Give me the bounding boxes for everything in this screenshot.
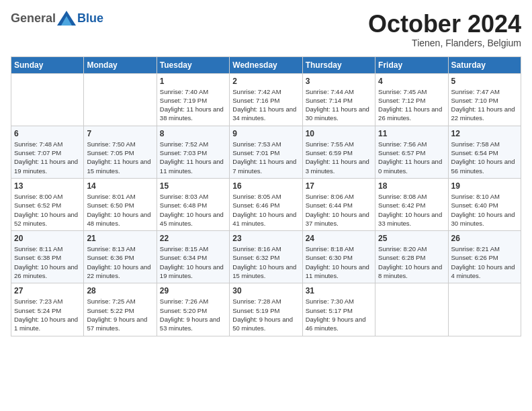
calendar-cell: 23Sunrise: 8:16 AM Sunset: 6:32 PM Dayli… (230, 231, 302, 283)
column-header-monday: Monday (84, 56, 157, 73)
calendar-cell (448, 283, 521, 336)
day-info: Sunrise: 8:10 AM Sunset: 6:40 PM Dayligh… (451, 192, 518, 228)
day-number: 17 (306, 181, 372, 191)
location-subtitle: Tienen, Flanders, Belgium (368, 38, 521, 48)
calendar-cell: 27Sunrise: 7:23 AM Sunset: 5:24 PM Dayli… (11, 283, 84, 336)
calendar-week-row: 20Sunrise: 8:11 AM Sunset: 6:38 PM Dayli… (11, 231, 521, 283)
day-info: Sunrise: 7:58 AM Sunset: 6:54 PM Dayligh… (451, 140, 518, 175)
day-number: 21 (87, 234, 153, 243)
day-info: Sunrise: 7:23 AM Sunset: 5:24 PM Dayligh… (14, 297, 81, 332)
day-info: Sunrise: 7:52 AM Sunset: 7:03 PM Dayligh… (160, 140, 226, 175)
day-number: 13 (14, 181, 81, 191)
day-number: 5 (451, 77, 518, 86)
day-info: Sunrise: 7:50 AM Sunset: 7:05 PM Dayligh… (87, 140, 153, 175)
day-number: 19 (451, 181, 518, 191)
day-number: 20 (14, 234, 81, 243)
calendar-week-row: 13Sunrise: 8:00 AM Sunset: 6:52 PM Dayli… (11, 178, 521, 230)
calendar-cell: 30Sunrise: 7:28 AM Sunset: 5:19 PM Dayli… (230, 283, 302, 336)
day-info: Sunrise: 7:26 AM Sunset: 5:20 PM Dayligh… (160, 297, 226, 332)
day-number: 23 (232, 234, 299, 243)
calendar-cell: 21Sunrise: 8:13 AM Sunset: 6:36 PM Dayli… (84, 231, 157, 283)
day-info: Sunrise: 8:11 AM Sunset: 6:38 PM Dayligh… (14, 244, 81, 280)
column-header-tuesday: Tuesday (157, 56, 229, 73)
day-info: Sunrise: 8:05 AM Sunset: 6:46 PM Dayligh… (232, 192, 299, 228)
title-area: October 2024 Tienen, Flanders, Belgium (368, 11, 521, 48)
column-header-sunday: Sunday (11, 56, 84, 73)
logo-general-text: General (11, 11, 56, 26)
calendar-cell (84, 73, 157, 126)
day-info: Sunrise: 7:25 AM Sunset: 5:22 PM Dayligh… (87, 297, 153, 332)
calendar-cell: 28Sunrise: 7:25 AM Sunset: 5:22 PM Dayli… (84, 283, 157, 336)
day-number: 16 (232, 181, 299, 191)
calendar-cell: 10Sunrise: 7:55 AM Sunset: 6:59 PM Dayli… (302, 126, 375, 178)
calendar-cell: 7Sunrise: 7:50 AM Sunset: 7:05 PM Daylig… (84, 126, 157, 178)
column-header-wednesday: Wednesday (230, 56, 302, 73)
day-info: Sunrise: 7:55 AM Sunset: 6:59 PM Dayligh… (306, 140, 372, 175)
calendar-cell: 25Sunrise: 8:20 AM Sunset: 6:28 PM Dayli… (375, 231, 448, 283)
calendar-cell: 18Sunrise: 8:08 AM Sunset: 6:42 PM Dayli… (375, 178, 448, 230)
day-info: Sunrise: 7:28 AM Sunset: 5:19 PM Dayligh… (232, 297, 299, 332)
calendar-cell: 20Sunrise: 8:11 AM Sunset: 6:38 PM Dayli… (11, 231, 84, 283)
calendar-cell (11, 73, 84, 126)
calendar-cell: 17Sunrise: 8:06 AM Sunset: 6:44 PM Dayli… (302, 178, 375, 230)
calendar-cell: 15Sunrise: 8:03 AM Sunset: 6:48 PM Dayli… (157, 178, 229, 230)
day-number: 28 (87, 286, 153, 295)
day-info: Sunrise: 8:00 AM Sunset: 6:52 PM Dayligh… (14, 192, 81, 228)
column-header-thursday: Thursday (302, 56, 375, 73)
day-info: Sunrise: 8:21 AM Sunset: 6:26 PM Dayligh… (451, 244, 518, 280)
column-header-saturday: Saturday (448, 56, 521, 73)
calendar-cell: 6Sunrise: 7:48 AM Sunset: 7:07 PM Daylig… (11, 126, 84, 178)
calendar-cell: 31Sunrise: 7:30 AM Sunset: 5:17 PM Dayli… (302, 283, 375, 336)
calendar-cell: 24Sunrise: 8:18 AM Sunset: 6:30 PM Dayli… (302, 231, 375, 283)
calendar-cell (375, 283, 448, 336)
day-info: Sunrise: 8:16 AM Sunset: 6:32 PM Dayligh… (232, 244, 299, 280)
column-header-friday: Friday (375, 56, 448, 73)
day-info: Sunrise: 7:30 AM Sunset: 5:17 PM Dayligh… (306, 297, 372, 332)
day-info: Sunrise: 8:01 AM Sunset: 6:50 PM Dayligh… (87, 192, 153, 228)
day-info: Sunrise: 8:15 AM Sunset: 6:34 PM Dayligh… (160, 244, 226, 280)
day-number: 18 (378, 181, 445, 191)
calendar-week-row: 27Sunrise: 7:23 AM Sunset: 5:24 PM Dayli… (11, 283, 521, 336)
day-number: 7 (87, 129, 153, 138)
calendar-cell: 5Sunrise: 7:47 AM Sunset: 7:10 PM Daylig… (448, 73, 521, 126)
calendar-cell: 14Sunrise: 8:01 AM Sunset: 6:50 PM Dayli… (84, 178, 157, 230)
calendar-table: SundayMondayTuesdayWednesdayThursdayFrid… (11, 56, 521, 336)
day-info: Sunrise: 8:18 AM Sunset: 6:30 PM Dayligh… (306, 244, 372, 280)
logo-icon (57, 11, 76, 26)
calendar-cell: 29Sunrise: 7:26 AM Sunset: 5:20 PM Dayli… (157, 283, 229, 336)
calendar-body: 1Sunrise: 7:40 AM Sunset: 7:19 PM Daylig… (11, 73, 521, 336)
calendar-week-row: 1Sunrise: 7:40 AM Sunset: 7:19 PM Daylig… (11, 73, 521, 126)
calendar-cell: 22Sunrise: 8:15 AM Sunset: 6:34 PM Dayli… (157, 231, 229, 283)
day-number: 29 (160, 286, 226, 295)
day-number: 25 (378, 234, 445, 243)
calendar-cell: 13Sunrise: 8:00 AM Sunset: 6:52 PM Dayli… (11, 178, 84, 230)
day-number: 31 (306, 286, 372, 295)
day-info: Sunrise: 8:08 AM Sunset: 6:42 PM Dayligh… (378, 192, 445, 228)
calendar-cell: 3Sunrise: 7:44 AM Sunset: 7:14 PM Daylig… (302, 73, 375, 126)
day-number: 11 (378, 129, 445, 138)
day-number: 9 (232, 129, 299, 138)
day-number: 12 (451, 129, 518, 138)
day-number: 27 (14, 286, 81, 295)
day-info: Sunrise: 7:48 AM Sunset: 7:07 PM Dayligh… (14, 140, 81, 175)
calendar-cell: 12Sunrise: 7:58 AM Sunset: 6:54 PM Dayli… (448, 126, 521, 178)
day-info: Sunrise: 7:40 AM Sunset: 7:19 PM Dayligh… (160, 87, 226, 123)
calendar-cell: 2Sunrise: 7:42 AM Sunset: 7:16 PM Daylig… (230, 73, 302, 126)
day-info: Sunrise: 8:13 AM Sunset: 6:36 PM Dayligh… (87, 244, 153, 280)
page-header: General Blue October 2024 Tienen, Flande… (11, 11, 521, 48)
day-number: 26 (451, 234, 518, 243)
calendar-cell: 19Sunrise: 8:10 AM Sunset: 6:40 PM Dayli… (448, 178, 521, 230)
day-info: Sunrise: 7:53 AM Sunset: 7:01 PM Dayligh… (232, 140, 299, 175)
day-number: 6 (14, 129, 81, 138)
day-number: 10 (306, 129, 372, 138)
day-info: Sunrise: 8:06 AM Sunset: 6:44 PM Dayligh… (306, 192, 372, 228)
day-number: 22 (160, 234, 226, 243)
day-number: 4 (378, 77, 445, 86)
day-info: Sunrise: 7:44 AM Sunset: 7:14 PM Dayligh… (306, 87, 372, 123)
logo-blue-text: Blue (77, 11, 103, 26)
calendar-cell: 16Sunrise: 8:05 AM Sunset: 6:46 PM Dayli… (230, 178, 302, 230)
logo: General Blue (11, 11, 103, 26)
day-info: Sunrise: 7:56 AM Sunset: 6:57 PM Dayligh… (378, 140, 445, 175)
day-info: Sunrise: 8:20 AM Sunset: 6:28 PM Dayligh… (378, 244, 445, 280)
day-number: 1 (160, 77, 226, 86)
